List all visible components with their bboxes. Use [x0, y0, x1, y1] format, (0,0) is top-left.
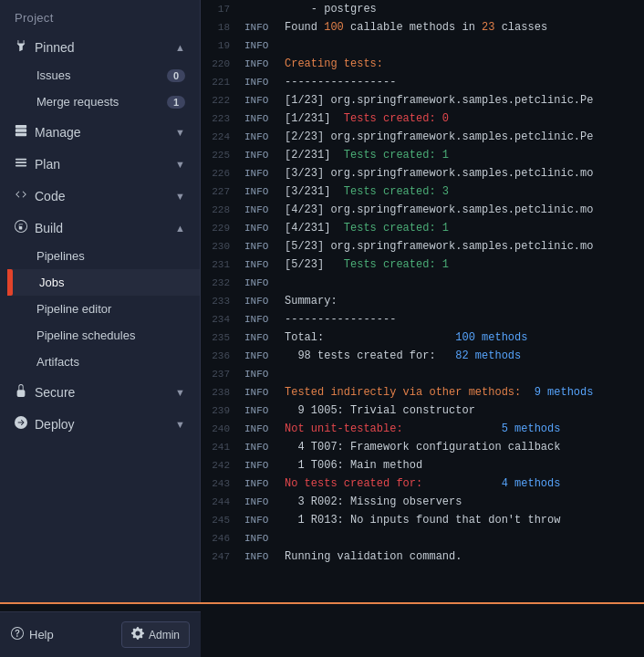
line-number: 235 — [201, 328, 244, 347]
log-row-242: 242 INFO 1 T006: Main method — [201, 456, 644, 474]
plan-label: Plan — [35, 157, 60, 172]
log-row-244: 244 INFO 3 R002: Missing observers — [201, 493, 644, 511]
log-level: INFO — [244, 18, 285, 36]
sidebar-item-issues[interactable]: Issues 0 — [7, 62, 200, 89]
line-number: 237 — [201, 365, 244, 383]
pipeline-schedules-label: Pipeline schedules — [36, 328, 135, 342]
log-level: INFO — [244, 383, 285, 402]
log-row-234: 234 INFO ----------------- — [201, 310, 644, 328]
sidebar-section-code: Code ▼ — [0, 181, 200, 211]
merge-requests-label: Merge requests — [36, 95, 119, 109]
log-row-222: 222 INFO [1/23] org.springframework.samp… — [201, 91, 644, 110]
line-number: 233 — [201, 292, 244, 310]
line-number: 18 — [201, 18, 244, 36]
log-row-228: 228 INFO [4/23] org.springframework.samp… — [201, 201, 644, 219]
log-row-237: 237 INFO — [201, 365, 644, 383]
log-row-241: 241 INFO 4 T007: Framework configuration… — [201, 438, 644, 456]
line-number: 246 — [201, 529, 244, 548]
log-row-245: 245 INFO 1 R013: No inputs found that do… — [201, 511, 644, 529]
log-content: 4 T007: Framework configuration callback — [285, 438, 644, 456]
artifacts-label: Artifacts — [36, 355, 79, 369]
line-number: 236 — [201, 347, 244, 365]
log-level: INFO — [244, 36, 285, 55]
log-content: Tested indirectly via other methods: 9 m… — [285, 383, 644, 402]
log-content: 1 T006: Main method — [285, 456, 644, 474]
sidebar-section-manage: Manage ▼ — [0, 117, 200, 147]
svg-rect-2 — [16, 165, 26, 167]
pin-icon — [15, 39, 27, 55]
sidebar-item-pipelines[interactable]: Pipelines — [7, 243, 200, 269]
line-number: 19 — [201, 36, 244, 55]
log-level: INFO — [244, 164, 285, 182]
log-content: [4/231] Tests created: 1 — [285, 219, 644, 237]
sidebar-secure-header[interactable]: Secure ▼ — [0, 377, 200, 407]
sidebar-section-build: Build ▲ Pipelines Jobs Pipeline editor P… — [0, 213, 200, 375]
deploy-icon — [15, 416, 27, 432]
sidebar-build-header[interactable]: Build ▲ — [0, 213, 200, 243]
sidebar-item-merge-requests[interactable]: Merge requests 1 — [7, 89, 200, 115]
sidebar-section-secure: Secure ▼ — [0, 377, 200, 407]
issues-badge: 0 — [167, 69, 185, 82]
secure-icon — [15, 384, 27, 400]
line-number: 225 — [201, 146, 244, 164]
log-content: 3 R002: Missing observers — [285, 493, 644, 511]
sidebar-item-jobs[interactable]: Jobs — [7, 269, 200, 296]
line-number: 229 — [201, 219, 244, 237]
line-number: 17 — [201, 0, 244, 18]
log-content: No tests created for: 4 methods — [285, 474, 644, 493]
log-row-235: 235 INFO Total: 100 methods — [201, 328, 644, 347]
sidebar-item-artifacts[interactable]: Artifacts — [7, 349, 200, 375]
sidebar-pinned-header[interactable]: Pinned ▲ — [0, 32, 200, 62]
log-content: [4/23] org.springframework.samples.petcl… — [285, 201, 644, 219]
sidebar-item-pipeline-schedules[interactable]: Pipeline schedules — [7, 322, 200, 349]
log-level: INFO — [244, 128, 285, 146]
svg-rect-0 — [16, 159, 26, 161]
log-level: INFO — [244, 274, 285, 292]
log-level: INFO — [244, 493, 285, 511]
log-content: Running validation command. — [285, 548, 644, 566]
log-level: INFO — [244, 420, 285, 438]
line-number: 227 — [201, 182, 244, 201]
log-content: [5/23] Tests created: 1 — [285, 256, 644, 274]
log-level: INFO — [244, 110, 285, 128]
log-content: 1 R013: No inputs found that don't throw — [285, 511, 644, 529]
line-number: 238 — [201, 383, 244, 402]
log-level: INFO — [244, 529, 285, 548]
log-level: INFO — [244, 365, 285, 383]
line-number: 221 — [201, 73, 244, 91]
log-level: INFO — [244, 511, 285, 529]
log-row-233: 233 INFO Summary: — [201, 292, 644, 310]
sidebar-plan-header[interactable]: Plan ▼ — [0, 149, 200, 179]
log-content: [1/23] org.springframework.samples.petcl… — [285, 91, 644, 110]
log-row-238: 238 INFO Tested indirectly via other met… — [201, 383, 644, 402]
log-content: 98 tests created for: 82 methods — [285, 347, 644, 365]
sidebar-manage-header[interactable]: Manage ▼ — [0, 117, 200, 147]
line-number: 242 — [201, 456, 244, 474]
log-content: Found 100 callable methods in 23 classes — [285, 18, 644, 36]
sidebar: Project Pinned ▲ Issues 0 Merge requests… — [0, 0, 201, 602]
secure-label: Secure — [35, 385, 75, 400]
code-icon — [15, 188, 27, 203]
line-number: 245 — [201, 511, 244, 529]
line-number: 234 — [201, 310, 244, 328]
sidebar-code-header[interactable]: Code ▼ — [0, 181, 200, 211]
line-number: 243 — [201, 474, 244, 493]
project-label: Project — [0, 0, 200, 32]
line-number: 222 — [201, 91, 244, 110]
line-number: 223 — [201, 110, 244, 128]
manage-label: Manage — [35, 125, 81, 140]
log-row-232: 232 INFO — [201, 274, 644, 292]
line-number: 230 — [201, 237, 244, 256]
line-number: 241 — [201, 438, 244, 456]
sidebar-deploy-header[interactable]: Deploy ▼ — [0, 409, 200, 439]
log-row-17: 17 - postgres — [201, 0, 644, 18]
log-level: INFO — [244, 548, 285, 566]
log-content: [3/231] Tests created: 3 — [285, 182, 644, 201]
line-number: 224 — [201, 128, 244, 146]
svg-rect-1 — [16, 162, 26, 163]
log-level: INFO — [244, 438, 285, 456]
log-content: [2/231] Tests created: 1 — [285, 146, 644, 164]
sidebar-item-pipeline-editor[interactable]: Pipeline editor — [7, 296, 200, 322]
log-row-239: 239 INFO 9 1005: Trivial constructor — [201, 402, 644, 420]
sidebar-section-pinned: Pinned ▲ Issues 0 Merge requests 1 — [0, 32, 200, 115]
